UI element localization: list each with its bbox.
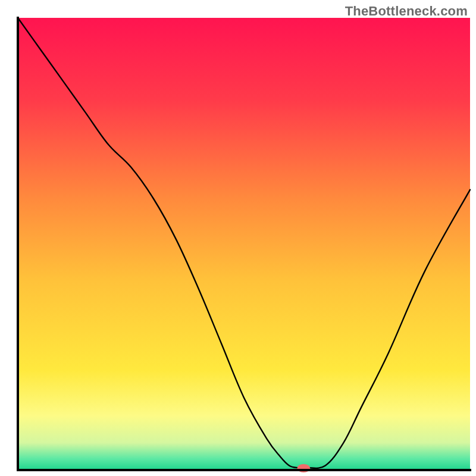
chart-svg [0, 0, 476, 476]
plot-background [18, 18, 470, 470]
chart-container: TheBottleneck.com [0, 0, 476, 476]
watermark-text: TheBottleneck.com [345, 4, 468, 19]
